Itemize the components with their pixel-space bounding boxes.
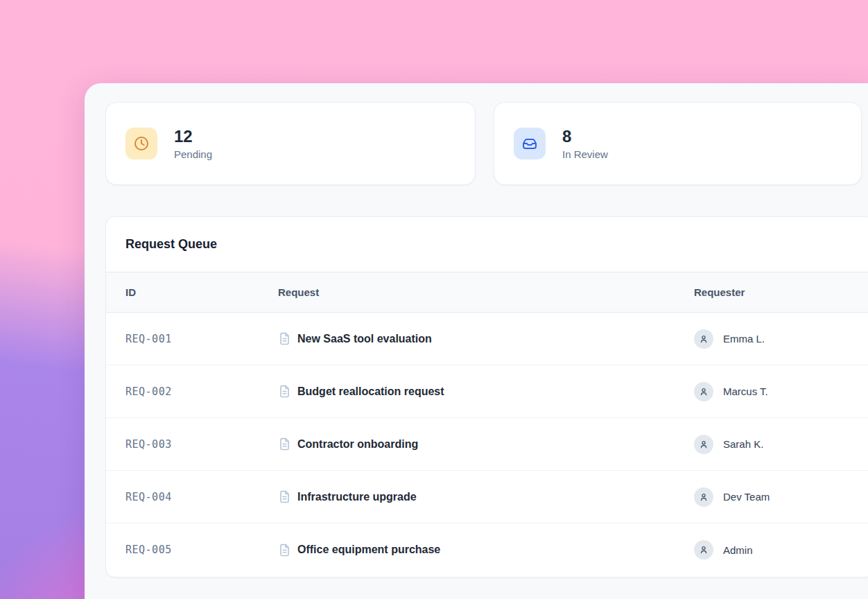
inbox-icon: [521, 135, 538, 152]
pending-label: Pending: [174, 148, 212, 160]
request-id: REQ-004: [125, 491, 278, 503]
avatar: [694, 540, 713, 559]
pending-icon-box: [125, 128, 157, 159]
col-header-requester: Requester: [694, 286, 868, 298]
request-title: Office equipment purchase: [297, 544, 440, 556]
pending-count: 12: [174, 127, 212, 146]
document-icon: [278, 385, 291, 398]
document-icon: [278, 332, 291, 345]
request-title: Infrastructure upgrade: [297, 491, 417, 503]
in-review-label: In Review: [562, 148, 608, 160]
avatar: [694, 435, 713, 454]
requester-name: Admin: [723, 544, 753, 556]
stat-card-pending: 12 Pending: [105, 102, 476, 185]
table-row[interactable]: REQ-003 Contractor onboarding S: [106, 418, 868, 471]
table-title: Request Queue: [125, 237, 217, 252]
table-row[interactable]: REQ-005 Office equipment purchase: [106, 523, 868, 576]
document-icon: [278, 490, 291, 503]
table-row[interactable]: REQ-001 New SaaS tool evaluation: [106, 313, 868, 365]
request-id: REQ-003: [125, 438, 278, 451]
avatar: [694, 329, 713, 349]
table-title-bar: Request Queue: [106, 217, 868, 272]
request-id: REQ-005: [125, 544, 278, 556]
request-title: Budget reallocation request: [297, 385, 444, 398]
main-panel: 12 Pending 8 In Review Request Queue: [85, 83, 868, 599]
request-id: REQ-002: [125, 385, 278, 398]
col-header-request: Request: [278, 286, 694, 298]
requester-name: Marcus T.: [723, 385, 768, 397]
clock-icon: [133, 135, 150, 152]
in-review-icon-box: [514, 128, 546, 159]
requester-name: Sarah K.: [723, 438, 763, 450]
avatar: [694, 487, 713, 507]
request-title: Contractor onboarding: [297, 438, 418, 451]
stat-card-in-review: 8 In Review: [494, 102, 862, 185]
stats-row: 12 Pending 8 In Review: [105, 102, 862, 185]
request-id: REQ-001: [125, 333, 278, 345]
col-header-id: ID: [125, 286, 278, 298]
table-row[interactable]: REQ-002 Budget reallocation request: [106, 365, 868, 418]
document-icon: [278, 544, 291, 557]
request-queue-card: Request Queue ID Request Requester REQ-0…: [105, 216, 868, 578]
in-review-count: 8: [562, 127, 608, 146]
avatar: [694, 382, 713, 401]
table-header-row: ID Request Requester: [106, 272, 868, 313]
requester-name: Emma L.: [723, 333, 765, 345]
table-row[interactable]: REQ-004 Infrastructure upgrade: [106, 471, 868, 523]
request-title: New SaaS tool evaluation: [297, 333, 432, 345]
requester-name: Dev Team: [723, 491, 770, 503]
document-icon: [278, 437, 291, 451]
